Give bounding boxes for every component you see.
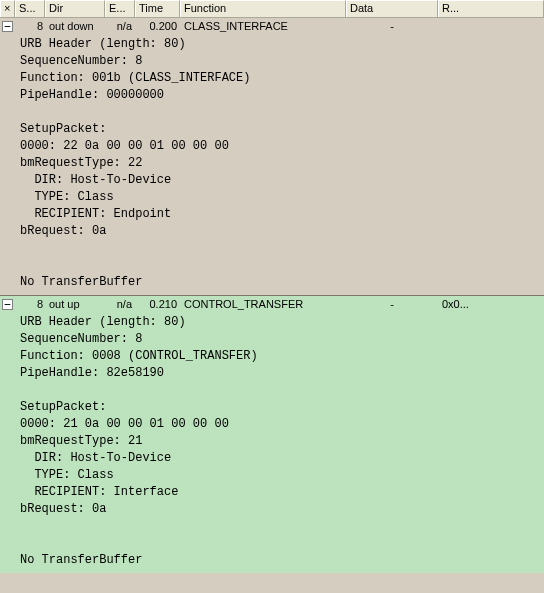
cell-seq: 8 bbox=[15, 298, 45, 310]
cell-data: - bbox=[346, 20, 438, 32]
col-time[interactable]: Time bbox=[135, 0, 180, 17]
packet-details: URB Header (length: 80) SequenceNumber: … bbox=[0, 312, 544, 573]
col-star[interactable]: × bbox=[0, 0, 15, 17]
cell-func: CONTROL_TRANSFER bbox=[180, 298, 346, 310]
cell-time: 0.210 bbox=[135, 298, 180, 310]
col-func[interactable]: Function bbox=[180, 0, 346, 17]
col-err[interactable]: E... bbox=[105, 0, 135, 17]
cell-func: CLASS_INTERFACE bbox=[180, 20, 346, 32]
table-header: × S... Dir E... Time Function Data R... bbox=[0, 0, 544, 18]
packet-summary[interactable]: 8 out down n/a 0.200 CLASS_INTERFACE - bbox=[0, 18, 544, 34]
packet-summary[interactable]: 8 out up n/a 0.210 CONTROL_TRANSFER - 0x… bbox=[0, 296, 544, 312]
packet-row-1: 8 out up n/a 0.210 CONTROL_TRANSFER - 0x… bbox=[0, 295, 544, 573]
cell-time: 0.200 bbox=[135, 20, 180, 32]
cell-raw: 0x0... bbox=[438, 298, 544, 310]
cell-dir: out down bbox=[45, 20, 105, 32]
cell-data: - bbox=[346, 298, 438, 310]
packet-row-0: 8 out down n/a 0.200 CLASS_INTERFACE - U… bbox=[0, 18, 544, 295]
cell-dir: out up bbox=[45, 298, 105, 310]
packet-details: URB Header (length: 80) SequenceNumber: … bbox=[0, 34, 544, 295]
collapse-icon[interactable] bbox=[2, 21, 13, 32]
collapse-icon[interactable] bbox=[2, 299, 13, 310]
cell-err: n/a bbox=[105, 20, 135, 32]
cell-err: n/a bbox=[105, 298, 135, 310]
col-seq[interactable]: S... bbox=[15, 0, 45, 17]
cell-seq: 8 bbox=[15, 20, 45, 32]
col-raw[interactable]: R... bbox=[438, 0, 544, 17]
col-dir[interactable]: Dir bbox=[45, 0, 105, 17]
col-data[interactable]: Data bbox=[346, 0, 438, 17]
